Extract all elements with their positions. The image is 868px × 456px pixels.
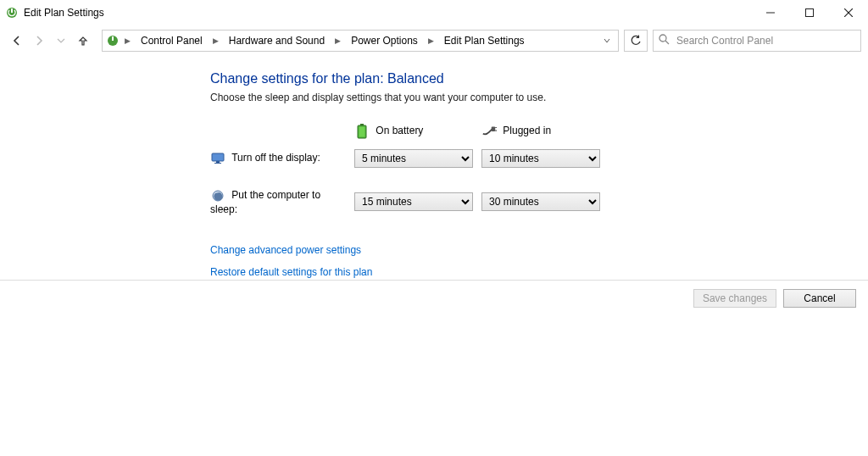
restore-defaults-link[interactable]: Restore default settings for this plan — [210, 266, 372, 278]
links-area: Change advanced power settings Restore d… — [210, 244, 868, 278]
sleep-icon — [210, 188, 225, 203]
chevron-right-icon: ▶ — [211, 36, 220, 45]
advanced-settings-link[interactable]: Change advanced power settings — [210, 244, 361, 256]
titlebar: Edit Plan Settings — [0, 0, 868, 25]
window-controls — [751, 0, 868, 25]
footer-buttons: Save changes Cancel — [0, 280, 868, 316]
chevron-right-icon: ▶ — [426, 36, 436, 45]
svg-line-9 — [665, 41, 669, 44]
sleep-battery-select[interactable]: 15 minutes — [354, 192, 473, 211]
page-description: Choose the sleep and display settings th… — [210, 92, 868, 103]
back-button[interactable] — [7, 31, 27, 51]
svg-rect-7 — [112, 36, 114, 41]
window-title: Edit Plan Settings — [24, 7, 104, 19]
address-history-dropdown[interactable] — [599, 31, 615, 51]
chevron-right-icon: ▶ — [123, 36, 132, 45]
svg-rect-12 — [359, 127, 365, 137]
window-title-area: Edit Plan Settings — [5, 6, 751, 19]
breadcrumb-item[interactable]: Control Panel — [136, 31, 208, 51]
svg-rect-13 — [492, 127, 496, 131]
battery-icon — [354, 124, 370, 139]
breadcrumb-item[interactable]: Power Options — [346, 31, 423, 51]
svg-rect-3 — [806, 9, 814, 17]
save-changes-button[interactable]: Save changes — [693, 289, 776, 308]
row-display-label: Turn off the display: — [231, 152, 320, 164]
row-sleep-label: Put the computer to sleep: — [210, 189, 320, 215]
breadcrumb-item[interactable]: Edit Plan Settings — [439, 31, 530, 51]
search-icon — [659, 34, 670, 47]
svg-rect-18 — [214, 163, 221, 164]
svg-rect-1 — [11, 8, 13, 13]
display-plugged-select[interactable]: 10 minutes — [481, 149, 600, 168]
page-heading: Change settings for the plan: Balanced — [210, 71, 868, 86]
maximize-button[interactable] — [790, 0, 829, 25]
nav-row: ▶ Control Panel ▶ Hardware and Sound ▶ P… — [0, 25, 868, 58]
svg-rect-16 — [212, 153, 224, 161]
power-options-icon — [106, 34, 120, 47]
minimize-button[interactable] — [751, 0, 790, 25]
chevron-right-icon: ▶ — [333, 36, 342, 45]
svg-rect-17 — [216, 161, 220, 163]
recent-locations-button[interactable] — [51, 31, 71, 51]
nav-arrows — [7, 31, 97, 51]
settings-table: On battery Plugged in — [210, 119, 609, 220]
search-box[interactable] — [653, 30, 861, 52]
up-button[interactable] — [73, 31, 93, 51]
display-icon — [210, 151, 225, 166]
forward-button[interactable] — [29, 31, 49, 51]
plug-icon — [481, 124, 497, 139]
sleep-plugged-select[interactable]: 30 minutes — [481, 192, 600, 211]
main-content: Change settings for the plan: Balanced C… — [0, 58, 868, 278]
refresh-button[interactable] — [624, 30, 648, 52]
search-input[interactable] — [675, 34, 855, 47]
column-on-battery: On battery — [376, 125, 423, 136]
svg-point-8 — [659, 35, 666, 42]
cancel-button[interactable]: Cancel — [783, 289, 856, 308]
column-plugged-in: Plugged in — [503, 125, 551, 136]
breadcrumb-item[interactable]: Hardware and Sound — [224, 31, 330, 51]
display-battery-select[interactable]: 5 minutes — [354, 149, 473, 168]
address-bar[interactable]: ▶ Control Panel ▶ Hardware and Sound ▶ P… — [102, 30, 619, 52]
close-button[interactable] — [829, 0, 868, 25]
power-options-icon — [5, 6, 19, 19]
